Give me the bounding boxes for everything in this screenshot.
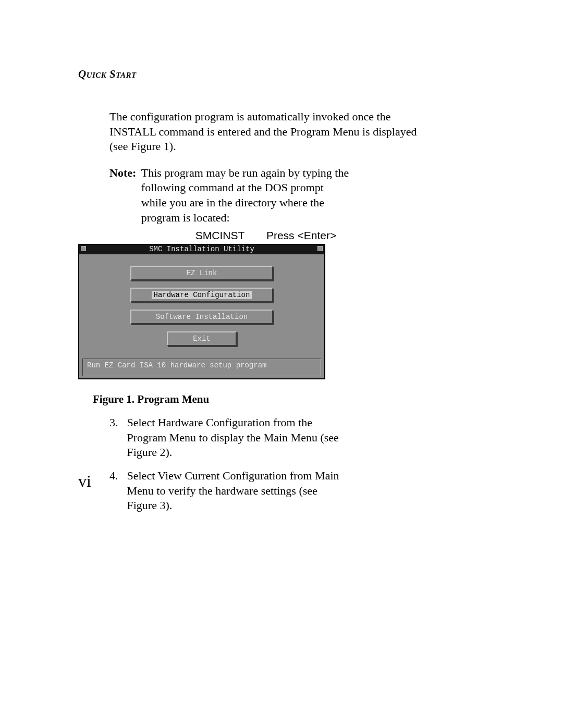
dos-titlebar: SMC Installation Utility [79,245,324,254]
software-install-button[interactable]: Software Installation [130,310,273,324]
page: Quick Start The configuration program is… [0,0,563,728]
software-install-label: Software Installation [156,313,248,321]
step-4-number: 4. [109,468,124,484]
step-4: 4. Select View Current Configuration fro… [109,468,417,513]
step-3: 3. Select Hardware Configuration from th… [109,415,417,460]
dos-window: SMC Installation Utility EZ Link Hardwar… [78,244,325,379]
section-header: Quick Start [78,68,480,81]
ez-link-button[interactable]: EZ Link [130,266,273,280]
hardware-config-button[interactable]: Hardware Configuration [130,288,273,302]
step-3-text: Select Hardware Configuration from the P… [127,415,346,460]
dos-status-bar: Run EZ Card ISA 10 hardware setup progra… [82,359,321,376]
page-number: vi [78,472,91,491]
figure-1: SMC Installation Utility EZ Link Hardwar… [78,244,480,379]
dos-title-text: SMC Installation Utility [149,245,254,253]
intro-paragraph: The configuration program is automatical… [109,109,417,154]
step-3-number: 3. [109,415,124,430]
exit-label: Exit [193,335,211,343]
step-list: 3. Select Hardware Configuration from th… [109,415,417,513]
step-4-text: Select View Current Configuration from M… [127,468,346,513]
command-line: SMCINST Press <Enter> [52,229,480,242]
note-label: Note: [109,166,136,181]
ez-link-label: EZ Link [187,269,217,277]
hardware-config-label: Hardware Configuration [152,291,252,299]
dos-menu-body: EZ Link Hardware Configuration Software … [79,254,324,359]
note-block: Note: This program may be run again by t… [109,166,417,225]
note-text: This program may be run again by typing … [141,166,350,225]
exit-button[interactable]: Exit [167,331,237,346]
figure-caption: Figure 1. Program Menu [93,393,480,406]
